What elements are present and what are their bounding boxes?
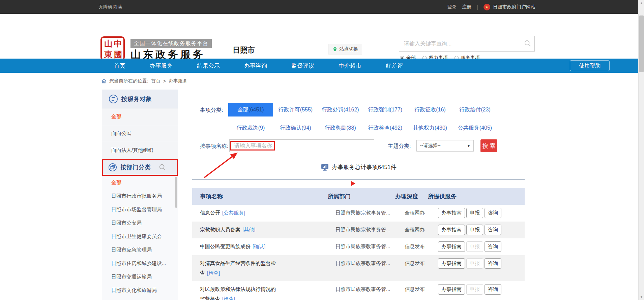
guide-button[interactable]: 办事指南 (438, 258, 465, 269)
scroll-up-icon[interactable]: ▲ (640, 1, 643, 5)
tab-gonggong-fuwu[interactable]: 公共服务(405) (452, 121, 497, 135)
sidebar-item-citizens[interactable]: 面向公民 (102, 125, 178, 142)
location-pin-icon (332, 47, 338, 52)
login-link[interactable]: 登录 (447, 4, 457, 10)
scroll-down-icon[interactable]: ▼ (640, 295, 643, 299)
keyword-search (399, 36, 535, 52)
item-tag-link[interactable]: [公共服务] (222, 210, 245, 215)
city-name: 日照市 (233, 45, 255, 55)
search-icon[interactable] (524, 40, 531, 47)
dept-list: 全部 日照市行政审批服务局 日照市市场监督管理局 日照市公安局 日照市卫生健康委… (102, 176, 178, 300)
guide-button[interactable]: 办事指南 (438, 241, 465, 252)
dept-category-icon (108, 163, 117, 172)
item-tag-link[interactable]: [检查] (207, 270, 220, 276)
nav-home[interactable]: 首页 (102, 62, 138, 70)
nav-results[interactable]: 结果公示 (185, 62, 232, 70)
dept-item[interactable]: 日照市交通运输局 (102, 270, 178, 284)
dept-list-scrollbar[interactable] (175, 176, 178, 300)
consult-button[interactable]: 咨询 (485, 225, 501, 235)
chevron-down-icon: ▼ (467, 144, 470, 148)
item-depth: 信息发布 (405, 258, 437, 268)
national-emblem-icon: ★ (484, 4, 490, 10)
item-tag-link[interactable]: [确认] (253, 243, 265, 249)
nav-supervision[interactable]: 监督评议 (279, 62, 326, 70)
nav-intermediary[interactable]: 中介超市 (326, 62, 374, 70)
accessibility-link[interactable]: 无障碍阅读 (98, 4, 122, 10)
tab-all[interactable]: 全部(6451) (228, 103, 273, 116)
item-tag-link[interactable]: [检查] (222, 296, 235, 300)
item-name-input[interactable] (229, 139, 374, 152)
dept-group-title: 按部门分类 (120, 163, 151, 171)
consult-button[interactable]: 咨询 (485, 241, 501, 252)
dept-search-icon[interactable] (159, 164, 166, 171)
consult-button[interactable]: 咨询 (485, 208, 501, 218)
site-header: 山 東 中 國 全国一体化在线政务服务平台 山东政务服务 日照市 站点切换 全部… (0, 14, 644, 59)
col-services: 所提供服务 (428, 193, 457, 200)
topic-select-value: --请选择-- (420, 143, 441, 149)
category-filter-label: 事项分类: (200, 107, 223, 114)
nav-rating[interactable]: 好差评 (374, 62, 415, 70)
item-name: 信息公开 (200, 210, 220, 215)
sidebar-item-legal-persons[interactable]: 面向法人/其他组织 (102, 142, 178, 159)
item-name: 对民族政策和法律法规执行情况的监督检查 (200, 286, 276, 300)
topic-select[interactable]: --请选择-- ▼ (416, 140, 474, 152)
tab-xingzheng-jiangli[interactable]: 行政奖励(88) (318, 121, 363, 135)
portal-link[interactable]: ★ 日照市政府门户网站 (484, 4, 535, 10)
dept-item[interactable]: 日照市住房和城乡建设... (102, 257, 178, 270)
help-button[interactable]: 使用帮助 (570, 60, 610, 71)
page-scrollbar-thumb[interactable] (639, 15, 644, 72)
dept-item-all[interactable]: 全部 (102, 176, 178, 189)
search-button[interactable]: 搜 索 (480, 139, 497, 152)
tab-xingzheng-jiancha[interactable]: 行政检查(492) (363, 121, 408, 135)
section-divider (192, 179, 525, 179)
tab-xingzheng-jifu[interactable]: 行政给付(23) (452, 103, 497, 116)
tab-xingzheng-zhengshou[interactable]: 行政征收(16) (408, 103, 452, 116)
shandong-seal-logo: 山 東 中 國 (100, 36, 125, 61)
tab-xingzheng-queren[interactable]: 行政确认(94) (273, 121, 318, 135)
red-triangle-marker (351, 181, 355, 186)
consult-button[interactable]: 咨询 (485, 258, 501, 269)
guide-button[interactable]: 办事指南 (438, 208, 465, 218)
item-dept: 日照市民族宗教事务管... (335, 241, 405, 251)
dept-list-scrollbar-thumb[interactable] (175, 177, 177, 208)
site-switch-button[interactable]: 站点切换 (328, 44, 362, 55)
tab-xingzheng-chufa[interactable]: 行政处罚(4162) (318, 103, 363, 116)
dept-item[interactable]: 日照市应急管理局 (102, 243, 178, 257)
consult-button[interactable]: 咨询 (485, 284, 501, 295)
dept-item[interactable]: 日照市文化和旅游局 (102, 284, 178, 297)
service-object-icon (109, 94, 118, 104)
table-row: 中国公民变更民族成份[确认] 日照市民族宗教事务管... 信息发布 办事指南申报… (192, 238, 525, 255)
stats-monitor-icon (321, 163, 329, 171)
tab-qita-quanli[interactable]: 其他权力(430) (408, 121, 452, 135)
page-scrollbar[interactable]: ▲ ▼ (638, 0, 644, 300)
dept-item[interactable]: 日照市自然资源和规划... (102, 297, 178, 300)
tab-xingzheng-xuke[interactable]: 行政许可(555) (273, 103, 318, 116)
register-link[interactable]: 注册 (462, 4, 471, 10)
nav-services[interactable]: 办事服务 (138, 62, 185, 70)
apply-button[interactable]: 申报 (466, 208, 483, 218)
tab-xingzheng-caijue[interactable]: 行政裁决(9) (228, 121, 273, 135)
item-name: 宗教教职人员备案 (200, 227, 240, 232)
apply-button[interactable]: 申报 (466, 225, 483, 235)
item-dept: 日照市民族宗教事务管... (335, 225, 405, 234)
tab-xingzheng-qiangzhi[interactable]: 行政强制(177) (363, 103, 408, 116)
item-dept: 日照市民族宗教事务管... (335, 208, 405, 218)
item-tag-link[interactable]: [其他] (242, 227, 255, 232)
main-content: 事项分类: 全部(6451) 行政许可(555) 行政处罚(4162) 行政强制… (192, 90, 525, 300)
dept-item[interactable]: 日照市卫生健康委员会 (102, 230, 178, 243)
dept-item[interactable]: 日照市公安局 (102, 216, 178, 230)
guide-button[interactable]: 办事指南 (438, 284, 465, 295)
home-icon (101, 78, 107, 84)
keyword-search-input[interactable] (399, 36, 535, 52)
item-depth: 全程网办 (405, 208, 437, 218)
summary-text: 办事服务总计事项6451件 (332, 163, 397, 171)
breadcrumb-home[interactable]: 首页 (151, 78, 160, 84)
nav-consult[interactable]: 办事咨询 (232, 62, 279, 70)
apply-button-disabled: 申报 (466, 241, 483, 252)
dept-item[interactable]: 日照市市场监督管理局 (102, 203, 178, 216)
dept-item[interactable]: 日照市行政审批服务局 (102, 189, 178, 203)
service-object-group-header: 按服务对象 (102, 90, 178, 108)
site-switch-label: 站点切换 (340, 46, 358, 52)
guide-button[interactable]: 办事指南 (438, 225, 465, 235)
sidebar-item-all-services[interactable]: 全部 (102, 108, 178, 125)
